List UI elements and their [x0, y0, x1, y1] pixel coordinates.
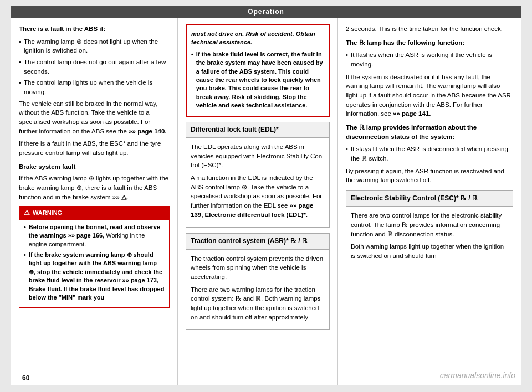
disconnection-title: The ℝ lamp provides information about th… [346, 123, 513, 141]
header-title: Operation [248, 8, 284, 16]
esc-content: There are two control lamps for the elec… [346, 206, 513, 269]
watermark: carmanualsonline.info [440, 371, 515, 380]
lamp-function-title: The ℞ lamp has the following function: [346, 38, 513, 48]
traction-section-box: Traction control system (ASR)* ℞ / ℝ The… [186, 233, 330, 330]
middle-column: must not drive on. Risk of accident. Obt… [177, 18, 338, 385]
must-not-bullet: If the brake fluid level is correct, the… [191, 50, 324, 110]
pressing-text: By pressing it again, the ASR function i… [346, 167, 513, 185]
fault-bullet-1: The warning lamp ⊛ does not light up whe… [19, 37, 170, 55]
esc-text-1: There are two control lamps for the elec… [351, 211, 508, 239]
page-number: 60 [22, 374, 29, 382]
edl-section-box: Differential lock fault (EDL)* The EDL o… [186, 122, 330, 228]
warning-bullet-1: Before opening the bonnet, read and obse… [24, 223, 165, 249]
disconnection-bullet: It stays lit when the ASR is disconnecte… [346, 145, 513, 163]
traction-text-2: There are two warning lamps for the trac… [191, 285, 325, 322]
page: Operation There is a fault in the ABS if… [11, 6, 521, 385]
esc-section: Electronic Stability Control (ESC)* ℞ / … [346, 190, 513, 269]
seconds-text: 2 seconds. This is the time taken for th… [346, 24, 513, 34]
lamp-function-bullet: It flashes when the ASR is working if th… [346, 50, 513, 69]
brake-text: If the ABS warning lamp ⊛ lights up toge… [19, 174, 170, 202]
esc-title: Electronic Stability Control (ESC)* ℞ / … [346, 190, 513, 206]
edl-text-2: A malfunction in the EDL is indicated by… [191, 173, 325, 219]
esc-fault-text: If there is a fault in the ABS, the ESC*… [19, 139, 170, 157]
content-area: There is a fault in the ABS if: The warn… [11, 18, 521, 385]
edl-text-1: The EDL operates along with the ABS in v… [191, 142, 325, 170]
must-not-box: must not drive on. Risk of accident. Obt… [186, 24, 330, 117]
traction-title: Traction control system (ASR)* ℞ / ℝ [186, 234, 329, 249]
edl-title: Differential lock fault (EDL)* [186, 122, 329, 138]
warning-header: WARNING [19, 207, 169, 219]
edl-content: The EDL operates along with the ABS in v… [186, 138, 329, 227]
must-not-text: must not drive on. Risk of accident. Obt… [191, 30, 324, 47]
traction-content: The traction control system prevents the… [186, 250, 329, 330]
left-column: There is a fault in the ABS if: The warn… [11, 18, 177, 385]
warning-box: WARNING Before opening the bonnet, read … [19, 206, 170, 308]
deactivated-text: If the system is deactivated or if it ha… [346, 73, 513, 118]
traction-text-1: The traction control system prevents the… [191, 254, 325, 282]
brake-section-title: Brake system fault [19, 162, 170, 172]
right-column: 2 seconds. This is the time taken for th… [338, 18, 521, 385]
page-header: Operation [11, 6, 521, 18]
warning-bullet-2: If the brake system warning lamp ⊕ shoul… [24, 251, 165, 302]
fault-bullet-3: The control lamp lights up when the vehi… [19, 78, 170, 96]
normal-brake-text: The vehicle can still be braked in the n… [19, 99, 170, 136]
fault-bullet-2: The control lamp does not go out again a… [19, 58, 170, 76]
esc-text-2: Both warning lamps light up together whe… [351, 242, 508, 260]
warning-label: WARNING [33, 209, 62, 218]
fault-title: There is a fault in the ABS if: [19, 24, 170, 34]
warning-content: Before opening the bonnet, read and obse… [19, 220, 169, 308]
